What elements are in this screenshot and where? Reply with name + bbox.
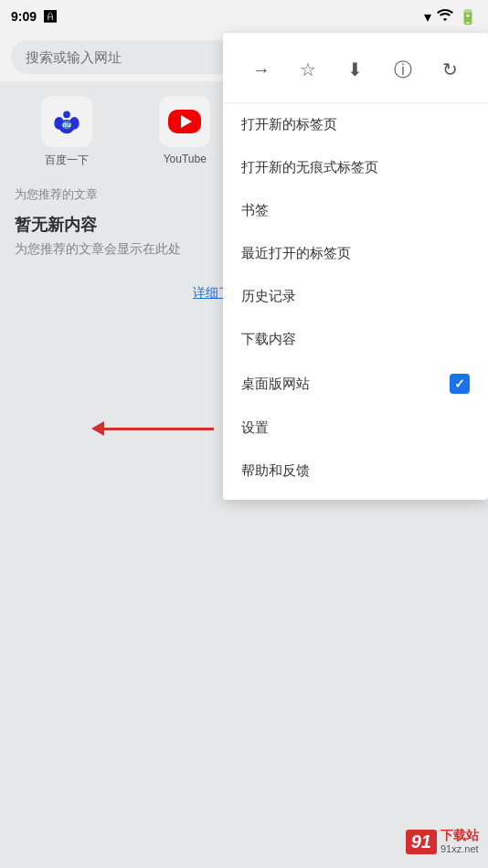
info-button[interactable]: ⓘ bbox=[385, 51, 421, 88]
settings-label: 设置 bbox=[241, 419, 470, 437]
menu-item-downloads[interactable]: 下载内容 bbox=[223, 318, 488, 361]
forward-button[interactable]: → bbox=[243, 51, 280, 88]
watermark: 91 下载站 91xz.net bbox=[406, 828, 479, 855]
red-arrow-annotation bbox=[104, 428, 214, 430]
menu-item-recent-tabs[interactable]: 最近打开的标签页 bbox=[223, 232, 488, 275]
desktop-site-label: 桌面版网站 bbox=[241, 376, 450, 393]
help-label: 帮助和反馈 bbox=[241, 462, 470, 480]
incognito-label: 打开新的无痕式标签页 bbox=[241, 159, 470, 176]
history-label: 历史记录 bbox=[241, 288, 470, 305]
arrow-line bbox=[104, 428, 214, 430]
menu-icon-row: → ☆ ⬇ ⓘ ↻ bbox=[223, 40, 488, 103]
downloads-label: 下载内容 bbox=[241, 331, 470, 348]
menu-item-help[interactable]: 帮助和反馈 bbox=[223, 450, 488, 492]
watermark-logo: 91 下载站 91xz.net bbox=[406, 828, 479, 855]
menu-item-bookmarks[interactable]: 书签 bbox=[223, 189, 488, 232]
dropdown-menu: → ☆ ⬇ ⓘ ↻ 打开新的标签页 打开新的无痕式标签页 书签 最近打开的标签页… bbox=[223, 33, 488, 500]
menu-item-incognito[interactable]: 打开新的无痕式标签页 bbox=[223, 146, 488, 189]
menu-item-settings[interactable]: 设置 bbox=[223, 407, 488, 450]
download-button[interactable]: ⬇ bbox=[337, 51, 374, 88]
bookmark-button[interactable]: ☆ bbox=[290, 51, 326, 88]
menu-item-desktop-site[interactable]: 桌面版网站 bbox=[223, 361, 488, 407]
arrow-head bbox=[91, 421, 104, 436]
reload-button[interactable]: ↻ bbox=[431, 51, 468, 88]
new-tab-label: 打开新的标签页 bbox=[241, 116, 470, 133]
watermark-site-text: 下载站 91xz.net bbox=[440, 828, 479, 855]
menu-item-history[interactable]: 历史记录 bbox=[223, 275, 488, 318]
desktop-site-checkbox[interactable] bbox=[450, 374, 470, 394]
menu-item-new-tab[interactable]: 打开新的标签页 bbox=[223, 103, 488, 146]
bookmarks-label: 书签 bbox=[241, 202, 470, 219]
watermark-number: 91 bbox=[406, 830, 437, 854]
recent-tabs-label: 最近打开的标签页 bbox=[241, 245, 470, 262]
